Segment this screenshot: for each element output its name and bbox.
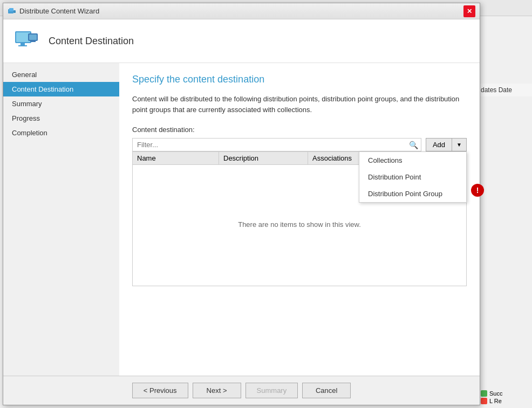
legend-success: Succ xyxy=(481,390,529,397)
sidebar-item-completion[interactable]: Completion xyxy=(3,126,119,140)
add-dropdown-menu: Collections Distribution Point Distribut… xyxy=(359,151,467,203)
wizard-footer: < Previous Next > Summary Cancel xyxy=(3,376,480,405)
legend-error-label: L Re xyxy=(489,398,502,404)
svg-rect-6 xyxy=(18,45,27,46)
next-button[interactable]: Next > xyxy=(193,383,241,398)
filter-input[interactable] xyxy=(132,138,421,151)
legend-error: L Re xyxy=(481,398,529,404)
svg-rect-1 xyxy=(9,8,13,11)
sidebar-item-general[interactable]: General xyxy=(3,67,119,82)
col-header-description: Description xyxy=(219,152,308,164)
filter-input-wrapper: 🔍 xyxy=(132,138,421,151)
title-bar-left: Distribute Content Wizard xyxy=(8,7,99,16)
sidebar-item-progress[interactable]: Progress xyxy=(3,111,119,126)
sidebar-item-content-destination[interactable]: Content Destination xyxy=(3,82,119,96)
content-destination-icon xyxy=(14,28,40,54)
col-header-name: Name xyxy=(133,152,219,164)
wizard-title-icon xyxy=(8,7,16,16)
wizard-dialog: Distribute Content Wizard ✕ Content Dest… xyxy=(3,3,480,405)
wizard-header: Content Destination xyxy=(3,19,480,63)
title-bar: Distribute Content Wizard ✕ xyxy=(3,3,480,19)
cancel-button[interactable]: Cancel xyxy=(302,383,351,398)
add-dropdown-arrow-icon[interactable]: ▼ xyxy=(452,140,466,150)
legend-success-label: Succ xyxy=(489,390,502,397)
add-button[interactable]: Add ▼ xyxy=(426,138,467,151)
summary-button[interactable]: Summary xyxy=(245,383,298,398)
dropdown-item-distribution-point-group[interactable]: Distribution Point Group xyxy=(359,185,466,202)
bg-legend: Succ L Re xyxy=(478,388,532,408)
sidebar-item-summary[interactable]: Summary xyxy=(3,96,119,111)
bg-column-header: dates Date xyxy=(478,84,532,96)
close-icon: ✕ xyxy=(467,8,472,15)
previous-button[interactable]: < Previous xyxy=(132,383,188,398)
add-btn-wrapper: Add ▼ Collections Distribution Point Dis… xyxy=(426,138,467,151)
wizard-header-title: Content Destination xyxy=(49,36,134,47)
svg-rect-5 xyxy=(21,43,25,45)
sidebar: General Content Destination Summary Prog… xyxy=(3,63,119,376)
warning-icon: ! xyxy=(471,184,484,197)
legend-success-dot xyxy=(481,390,487,397)
dropdown-item-collections[interactable]: Collections xyxy=(359,152,466,169)
svg-rect-9 xyxy=(30,41,36,42)
content-section-title: Specify the content destination xyxy=(132,74,467,85)
dropdown-item-distribution-point[interactable]: Distribution Point xyxy=(359,169,466,185)
content-description: Content will be distributed to the follo… xyxy=(132,94,467,115)
warning-exclamation: ! xyxy=(476,186,479,195)
add-button-label: Add xyxy=(426,139,452,151)
search-icon: 🔍 xyxy=(409,141,418,149)
wizard-body: General Content Destination Summary Prog… xyxy=(3,63,480,376)
legend-error-dot xyxy=(481,398,487,404)
main-content: Specify the content destination Content … xyxy=(119,63,480,376)
close-button[interactable]: ✕ xyxy=(463,5,475,17)
filter-add-row: 🔍 Add ▼ Collections Distribution Point D… xyxy=(132,138,467,151)
svg-rect-2 xyxy=(13,10,16,13)
svg-rect-8 xyxy=(29,34,37,40)
wizard-title: Distribute Content Wizard xyxy=(19,7,99,15)
content-destination-label: Content destination: xyxy=(132,126,467,134)
